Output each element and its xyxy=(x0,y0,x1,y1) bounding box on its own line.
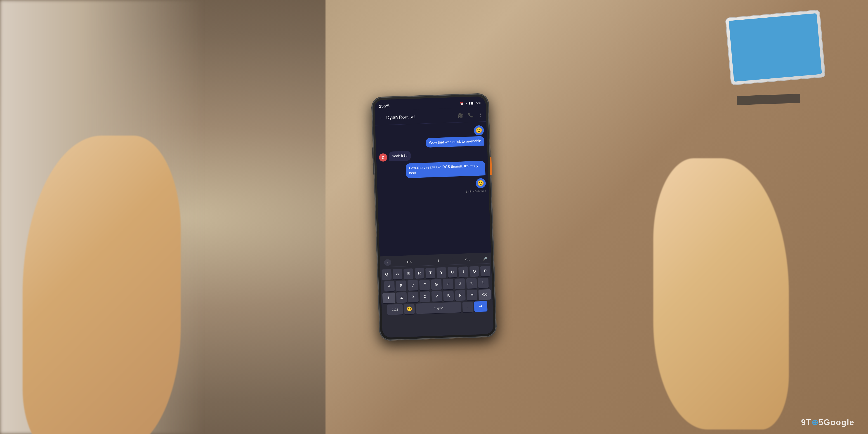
site-watermark: 9T⊕5Google xyxy=(801,418,855,427)
key-backspace[interactable]: ⌫ xyxy=(478,289,491,300)
status-time: 15:25 xyxy=(379,103,390,109)
keyboard-row-3: ⬆ Z X C V B N M ⌫ xyxy=(382,289,491,303)
signal-icon: ▮▮▮ xyxy=(469,101,473,105)
key-a[interactable]: A xyxy=(384,281,395,291)
message-bubble-3: Genuinely really like RCS though. It's r… xyxy=(406,161,486,178)
key-x[interactable]: X xyxy=(408,292,419,303)
key-e[interactable]: E xyxy=(403,268,413,279)
key-numbers[interactable]: ?123 xyxy=(387,304,403,315)
background-tablet-screen xyxy=(729,13,822,82)
contact-avatar-1: D xyxy=(379,153,387,162)
message-sent-3: 😊 6 min · Delivered xyxy=(380,178,486,196)
message-received-1: D Yeah it is! xyxy=(379,148,485,162)
more-options-icon[interactable]: ⋮ xyxy=(478,112,483,117)
battery-indicator: 77% xyxy=(475,101,481,105)
key-q[interactable]: Q xyxy=(381,269,392,280)
key-d[interactable]: D xyxy=(408,280,418,291)
alarm-icon: ⏰ xyxy=(460,102,464,105)
key-r[interactable]: R xyxy=(414,268,425,279)
key-t[interactable]: T xyxy=(426,268,435,278)
mic-button[interactable]: 🎤 xyxy=(482,256,487,261)
status-icons: ⏰ ▾ ▮▮▮ 77% xyxy=(460,101,481,105)
key-v[interactable]: V xyxy=(431,291,442,302)
background-tablet xyxy=(725,9,826,85)
suggestion-i[interactable]: I xyxy=(424,258,453,263)
contact-name: Dylan Roussel xyxy=(386,113,458,120)
key-b[interactable]: B xyxy=(443,290,454,301)
back-button[interactable]: ← xyxy=(378,115,383,121)
key-n[interactable]: N xyxy=(455,290,466,301)
key-w[interactable]: W xyxy=(393,269,403,279)
key-o[interactable]: O xyxy=(469,266,479,277)
phone-screen: 15:25 ⏰ ▾ ▮▮▮ 77% ← Dylan Roussel 🎥 📞 ⋮ … xyxy=(374,96,494,338)
key-period[interactable]: . xyxy=(462,302,473,312)
wifi-icon: ▾ xyxy=(465,101,467,105)
key-s[interactable]: S xyxy=(396,280,407,291)
key-k[interactable]: K xyxy=(466,278,477,289)
message-status: 6 min · Delivered xyxy=(466,189,486,193)
suggestion-you[interactable]: You xyxy=(453,257,482,262)
key-h[interactable]: H xyxy=(443,279,454,289)
key-i[interactable]: I xyxy=(458,267,468,277)
hand-right xyxy=(653,158,789,430)
key-j[interactable]: J xyxy=(455,278,465,289)
key-z[interactable]: Z xyxy=(396,292,407,303)
phone-container: 15:25 ⏰ ▾ ▮▮▮ 77% ← Dylan Roussel 🎥 📞 ⋮ … xyxy=(371,93,497,341)
key-u[interactable]: U xyxy=(447,267,457,278)
keyboard-row-1: Q W E R T Y U I O P xyxy=(381,266,490,280)
key-y[interactable]: Y xyxy=(436,267,446,278)
key-g[interactable]: G xyxy=(431,279,442,290)
keyboard-row-2: A S D F G H J K L xyxy=(382,277,491,291)
phone-vol-up-button[interactable] xyxy=(372,147,374,159)
suggestions-expand-button[interactable]: › xyxy=(384,259,391,266)
keyboard: › The I You 🎤 Q W E R T Y U I O P xyxy=(380,252,494,338)
hand-left xyxy=(23,135,181,434)
key-space[interactable]: English xyxy=(416,302,461,314)
message-bubble-1: Wow that was quick to re-enable xyxy=(426,136,485,148)
suggestion-the[interactable]: The xyxy=(395,259,424,264)
keyboard-suggestions: › The I You 🎤 xyxy=(381,254,490,268)
video-call-icon[interactable]: 🎥 xyxy=(458,112,463,118)
key-enter[interactable]: ↵ xyxy=(474,301,488,312)
key-shift[interactable]: ⬆ xyxy=(382,292,395,303)
key-emoji[interactable]: 😊 xyxy=(404,304,415,314)
keyboard-row-4: ?123 😊 English . ↵ xyxy=(383,301,491,315)
watermark-circle: ⊕ xyxy=(811,418,819,427)
message-sent-1: 😊 Wow that was quick to re-enable xyxy=(378,125,485,149)
message-sent-2: Genuinely really like RCS though. It's r… xyxy=(379,161,486,179)
header-action-icons: 🎥 📞 ⋮ xyxy=(458,112,483,118)
user-avatar-emoji-2: 😊 xyxy=(475,178,486,188)
key-m[interactable]: M xyxy=(467,290,477,301)
user-avatar-emoji-1: 😊 xyxy=(474,125,484,135)
key-f[interactable]: F xyxy=(419,280,430,290)
voice-call-icon[interactable]: 📞 xyxy=(468,112,473,118)
message-bubble-2: Yeah it is! xyxy=(389,151,411,161)
key-p[interactable]: P xyxy=(480,266,490,276)
phone-vol-down-button[interactable] xyxy=(373,163,375,175)
key-l[interactable]: L xyxy=(478,278,489,288)
key-c[interactable]: C xyxy=(420,291,430,302)
